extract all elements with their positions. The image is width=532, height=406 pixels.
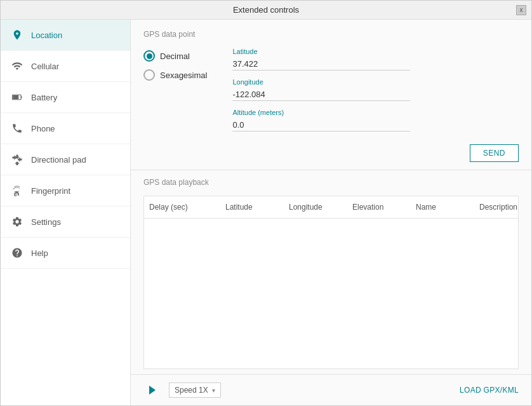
format-radio-group: Decimal Sexagesimal <box>143 48 207 132</box>
svg-rect-1 <box>21 97 22 98</box>
battery-icon <box>11 91 23 104</box>
close-button[interactable]: x <box>516 5 526 15</box>
sidebar-dpad-label: Directional pad <box>31 155 86 165</box>
altitude-input[interactable] <box>232 119 410 132</box>
col-elevation: Elevation <box>347 196 411 218</box>
decimal-label: Decimal <box>160 51 190 61</box>
altitude-field-block: Altitude (meters) <box>232 109 519 132</box>
col-latitude: Latitude <box>220 196 284 218</box>
longitude-input[interactable] <box>232 88 410 101</box>
coordinate-fields: Latitude Longitude Altitude (meters) <box>232 48 519 132</box>
playback-controls-bar: Speed 1X ▾ LOAD GPX/KML <box>131 374 531 405</box>
sidebar: Location Cellular Batt <box>1 20 131 405</box>
col-description: Description <box>474 196 519 218</box>
play-button[interactable] <box>143 381 161 399</box>
send-button[interactable]: SEND <box>470 144 519 162</box>
latitude-input[interactable] <box>232 58 410 71</box>
gps-data-point-label: GPS data point <box>143 30 519 39</box>
svg-rect-2 <box>13 95 18 99</box>
speed-selector[interactable]: Speed 1X ▾ <box>169 382 221 398</box>
table-header-row: Delay (sec) Latitude Longitude Elevation… <box>144 196 518 219</box>
settings-icon <box>11 215 23 228</box>
sidebar-item-phone[interactable]: Phone <box>1 113 130 144</box>
longitude-field-block: Longitude <box>232 78 519 101</box>
extended-controls-window: Extended controls x Location <box>0 0 532 406</box>
gps-playback-section: GPS data playback Delay (sec) Latitude L… <box>131 170 531 374</box>
sidebar-item-help[interactable]: Help <box>1 238 130 269</box>
window-title: Extended controls <box>233 5 299 15</box>
cellular-icon <box>11 60 23 72</box>
dpad-icon <box>11 153 23 166</box>
sidebar-fingerprint-label: Fingerprint <box>31 186 70 196</box>
sidebar-item-battery[interactable]: Battery <box>1 82 130 113</box>
content-area: Location Cellular Batt <box>1 20 531 405</box>
sidebar-item-settings[interactable]: Settings <box>1 206 130 238</box>
send-row: SEND <box>131 139 531 170</box>
titlebar: Extended controls x <box>1 1 531 20</box>
close-icon: x <box>520 6 523 13</box>
sidebar-battery-label: Battery <box>31 93 57 102</box>
help-icon <box>11 247 23 259</box>
sidebar-item-directional-pad[interactable]: Directional pad <box>1 144 130 175</box>
decimal-radio[interactable]: Decimal <box>143 50 207 62</box>
sidebar-settings-label: Settings <box>31 217 61 227</box>
col-delay: Delay (sec) <box>144 196 220 218</box>
gps-form: Decimal Sexagesimal Latitude <box>143 48 519 132</box>
sidebar-item-location[interactable]: Location <box>1 20 130 51</box>
sidebar-help-label: Help <box>31 248 48 258</box>
sexagesimal-radio[interactable]: Sexagesimal <box>143 69 207 81</box>
gps-table: Delay (sec) Latitude Longitude Elevation… <box>143 196 519 369</box>
fingerprint-icon <box>11 184 23 197</box>
gps-playback-label: GPS data playback <box>143 178 519 187</box>
longitude-label: Longitude <box>232 78 519 86</box>
location-icon <box>11 29 23 41</box>
gps-data-point-section: GPS data point Decimal Sexagesimal <box>131 20 531 139</box>
sidebar-item-cellular[interactable]: Cellular <box>1 51 130 82</box>
sexagesimal-radio-circle <box>143 69 155 81</box>
speed-dropdown-icon: ▾ <box>212 387 215 394</box>
latitude-label: Latitude <box>232 48 519 55</box>
speed-label: Speed 1X <box>175 386 208 395</box>
load-gpx-kml-button[interactable]: LOAD GPX/KML <box>460 386 519 395</box>
sexagesimal-label: Sexagesimal <box>160 71 207 80</box>
col-name: Name <box>411 196 474 218</box>
sidebar-phone-label: Phone <box>31 124 55 133</box>
decimal-radio-circle <box>143 50 155 62</box>
sidebar-cellular-label: Cellular <box>31 62 59 71</box>
latitude-field-block: Latitude <box>232 48 519 71</box>
col-longitude: Longitude <box>284 196 347 218</box>
altitude-label: Altitude (meters) <box>232 109 519 116</box>
phone-icon <box>11 122 23 135</box>
play-icon <box>149 386 156 395</box>
table-body <box>144 219 518 369</box>
sidebar-location-label: Location <box>31 30 62 40</box>
sidebar-item-fingerprint[interactable]: Fingerprint <box>1 175 130 206</box>
main-content: GPS data point Decimal Sexagesimal <box>131 20 531 405</box>
